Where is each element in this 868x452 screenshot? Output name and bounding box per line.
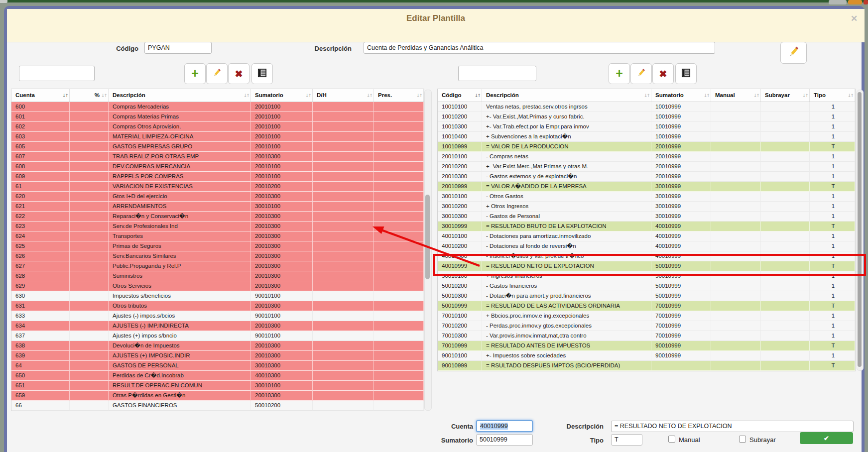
table-row-10010400[interactable]: 10010400+ Subvenciones a la explotaci�n1… bbox=[438, 132, 855, 142]
table-row-10010100[interactable]: 10010100Ventas netas, prestac.serv.otros… bbox=[438, 102, 855, 112]
column-header-descripcin[interactable]: Descripción↓↑ bbox=[482, 89, 651, 102]
left-filter-input[interactable] bbox=[19, 66, 95, 81]
table-row-70010200[interactable]: 70010200- Perdas.proc.inmov.y gtos.excep… bbox=[438, 321, 855, 331]
table-row-20010999[interactable]: 20010999= VALOR A�ADIDO DE LA EMPRESA300… bbox=[438, 182, 855, 192]
scrollbar-thumb[interactable] bbox=[425, 195, 430, 279]
table-row-622[interactable]: 622Reparaci�n y Conservaci�n20010300 bbox=[11, 212, 424, 222]
column-header-%[interactable]: %↓↑ bbox=[70, 89, 109, 102]
table-row-90010100[interactable]: 90010100+- Impuestos sobre sociedades900… bbox=[438, 351, 855, 361]
table-row-50010300[interactable]: 50010300- Dotaci�n para amort.y prod.fin… bbox=[438, 291, 855, 301]
edit-template-button[interactable] bbox=[780, 42, 807, 64]
table-row-61[interactable]: 61VARIACION DE EXISTENCIAS20010200 bbox=[11, 182, 424, 192]
left-table-scrollbar[interactable] bbox=[424, 90, 432, 411]
table-row-637[interactable]: 637Ajustes (+) impos s/bncio90010100 bbox=[11, 331, 424, 341]
cell bbox=[313, 241, 374, 251]
table-row-30010100[interactable]: 30010100- Otros Gastos300109991 bbox=[438, 192, 855, 202]
column-header-pres[interactable]: Pres.↓↑ bbox=[374, 89, 424, 102]
table-row-601[interactable]: 601Compras Materias Primas20010100 bbox=[11, 112, 424, 122]
table-row-659[interactable]: 659Otras P�rdidas en Gesti�n20010300 bbox=[11, 391, 424, 401]
table-row-639[interactable]: 639AJUSTES (+) IMPOSIC.INDIR20010300 bbox=[11, 351, 424, 361]
table-row-627[interactable]: 627Public.Propaganda y Rel.P20010300 bbox=[11, 261, 424, 271]
table-row-50010999[interactable]: 50010999= RESULTADO DE LAS ACTIVIDADES O… bbox=[438, 301, 855, 311]
right-delete-button[interactable]: ✖ bbox=[652, 63, 674, 84]
table-row-650[interactable]: 650Perdidas de Cr�d.Incobrab40010300 bbox=[11, 371, 424, 381]
table-row-620[interactable]: 620Gtos I+D del ejercicio20010300 bbox=[11, 192, 424, 202]
cell: 1 bbox=[810, 202, 855, 212]
column-header-sumatorio[interactable]: Sumatorio↓↑ bbox=[251, 89, 313, 102]
column-header-cdigo[interactable]: Código↓↑ bbox=[438, 89, 482, 102]
cell bbox=[711, 271, 761, 281]
column-header-descripcin[interactable]: Descripción↓↑ bbox=[109, 89, 251, 102]
table-row-20010100[interactable]: 20010100- Compras netas200109991 bbox=[438, 152, 855, 162]
table-row-10010999[interactable]: 10010999= VALOR DE LA PRODUCCION20010999… bbox=[438, 142, 855, 152]
column-header-manual[interactable]: Manual↓↑ bbox=[711, 89, 761, 102]
table-row-634[interactable]: 634AJUSTES (-) IMP.INDIRECTA20010300 bbox=[11, 321, 424, 331]
bottom-cuenta-input[interactable]: 40010999 bbox=[476, 420, 533, 432]
table-row-40010200[interactable]: 40010200- Dotaciones al fondo de reversi… bbox=[438, 241, 855, 251]
close-icon[interactable]: ✕ bbox=[848, 13, 861, 25]
descripcion-input[interactable]: Cuenta de Perdidas y Ganancias Análitica bbox=[364, 42, 715, 54]
table-row-608[interactable]: 608DEV.COMPRAS MERCANCIA20010100 bbox=[11, 162, 424, 172]
table-row-64[interactable]: 64GASTOS DE PERSONAL30010300 bbox=[11, 361, 424, 371]
bottom-descripcion-input[interactable]: = RESULTADO NETO DE EXPLOTACION bbox=[611, 421, 854, 432]
table-row-609[interactable]: 609RAPPELS POR COMPRAS20010100 bbox=[11, 172, 424, 182]
table-row-66[interactable]: 66GASTOS FINANCIEROS50010200 bbox=[11, 401, 424, 411]
scrollbar-thumb[interactable] bbox=[858, 92, 862, 367]
left-delete-button[interactable]: ✖ bbox=[228, 63, 249, 84]
right-filter-input[interactable] bbox=[458, 66, 536, 81]
right-edit-button[interactable] bbox=[630, 63, 652, 84]
table-row-624[interactable]: 624Transportes20010300 bbox=[11, 231, 424, 241]
table-row-626[interactable]: 626Serv.Bancarios Similares20010300 bbox=[11, 251, 424, 261]
table-row-30010300[interactable]: 30010300- Gastos de Personal300109991 bbox=[438, 212, 855, 222]
table-row-50010100[interactable]: 50010100+ Ingresos financieros500109991 bbox=[438, 271, 855, 281]
table-row-633[interactable]: 633Ajustes (-) impos.s/bcios90010100 bbox=[11, 311, 424, 321]
table-row-638[interactable]: 638Devoluci�n de Impuestos20010300 bbox=[11, 341, 424, 351]
table-row-10010300[interactable]: 10010300+- Var.Trab.efect.por la Empr.pa… bbox=[438, 122, 855, 132]
table-row-90010999[interactable]: 90010999= RSULTADO DESPUES IMPTOS (BCIO/… bbox=[438, 361, 855, 371]
bottom-tipo-input[interactable]: T bbox=[611, 434, 642, 446]
table-row-605[interactable]: 605GASTOS EMPRESAS GRUPO20010100 bbox=[11, 142, 424, 152]
table-row-623[interactable]: 623Serv.de Profesionales Ind20010300 bbox=[11, 222, 424, 231]
table-row-40010999[interactable]: 40010999= RESULTADO NETO DE EXPLOTACION5… bbox=[438, 261, 855, 271]
column-header-subrayar[interactable]: Subrayar↓↑ bbox=[761, 89, 810, 102]
table-row-40010300[interactable]: 40010300- Insolv.cr�ditos y var. prov.de… bbox=[438, 251, 855, 261]
table-row-30010200[interactable]: 30010200+ Otros Ingresos300109991 bbox=[438, 202, 855, 212]
table-row-625[interactable]: 625Primas de Seguros20010300 bbox=[11, 241, 424, 251]
table-row-50010200[interactable]: 50010200- Gastos financieros500109991 bbox=[438, 281, 855, 291]
right-add-button[interactable]: + bbox=[609, 63, 630, 84]
table-row-631[interactable]: 631Otros tributos20010300 bbox=[11, 301, 424, 311]
table-row-607[interactable]: 607TRAB.REALIZ.POR OTRAS EMP20010300 bbox=[11, 152, 424, 162]
table-row-630[interactable]: 630Impuestos s/beneficios90010100 bbox=[11, 291, 424, 301]
left-add-button[interactable]: + bbox=[184, 63, 206, 84]
table-row-10010200[interactable]: 10010200+- Var.Exist.,Mat.Primas y curso… bbox=[438, 112, 855, 122]
codigo-input[interactable]: PYGAN bbox=[144, 42, 212, 54]
table-row-621[interactable]: 621ARRENDAMIENTOS30010100 bbox=[11, 202, 424, 212]
column-header-tipo[interactable]: Tipo↓↑ bbox=[810, 89, 855, 102]
left-list-button[interactable] bbox=[251, 63, 273, 84]
cell: 628 bbox=[11, 271, 70, 281]
table-row-651[interactable]: 651RESULT.DE OPERAC.EN COMUN30010100 bbox=[11, 381, 424, 391]
table-row-602[interactable]: 602Compras Otros Aprovision.20010100 bbox=[11, 122, 424, 132]
bottom-sumatorio-input[interactable]: 50010999 bbox=[476, 434, 533, 446]
manual-checkbox[interactable] bbox=[668, 436, 675, 443]
cell bbox=[70, 202, 109, 212]
table-row-600[interactable]: 600Compras Mercaderias20010100 bbox=[11, 102, 424, 112]
table-row-70010100[interactable]: 70010100+ Bbcios.proc.inmov.e ing.excepc… bbox=[438, 311, 855, 321]
table-row-603[interactable]: 603MATERIAL LIMPIEZA-OFICINA20010100 bbox=[11, 132, 424, 142]
table-row-628[interactable]: 628Suministros20010300 bbox=[11, 271, 424, 281]
table-row-30010999[interactable]: 30010999= RESULTADO BRUTO DE LA EXPLOTAC… bbox=[438, 222, 855, 231]
table-row-40010100[interactable]: 40010100- Dotaciones para amortizac.inmo… bbox=[438, 231, 855, 241]
table-row-70010999[interactable]: 70010999= RESULTADO ANTES DE IMPUESTOS90… bbox=[438, 341, 855, 351]
left-edit-button[interactable] bbox=[206, 63, 228, 84]
table-row-20010200[interactable]: 20010200+- Var.Exist.Merc.,Mat.Primas y … bbox=[438, 162, 855, 172]
table-row-20010300[interactable]: 20010300- Gastos externos y de explotaci… bbox=[438, 172, 855, 182]
column-header-sumatorio[interactable]: Sumatorio↓↑ bbox=[651, 89, 711, 102]
right-list-button[interactable] bbox=[675, 63, 697, 84]
right-table-scrollbar[interactable] bbox=[857, 90, 864, 371]
column-header-cuenta[interactable]: Cuenta↓↑ bbox=[11, 89, 70, 102]
confirm-button[interactable]: ✔ bbox=[800, 432, 853, 444]
subrayar-checkbox[interactable] bbox=[739, 436, 746, 443]
table-row-70010300[interactable]: 70010300- Var.provis.inmov.inmat,mat,ctr… bbox=[438, 331, 855, 341]
column-header-dh[interactable]: D/H↓↑ bbox=[313, 89, 374, 102]
table-row-629[interactable]: 629Otros Servicios20010300 bbox=[11, 281, 424, 291]
